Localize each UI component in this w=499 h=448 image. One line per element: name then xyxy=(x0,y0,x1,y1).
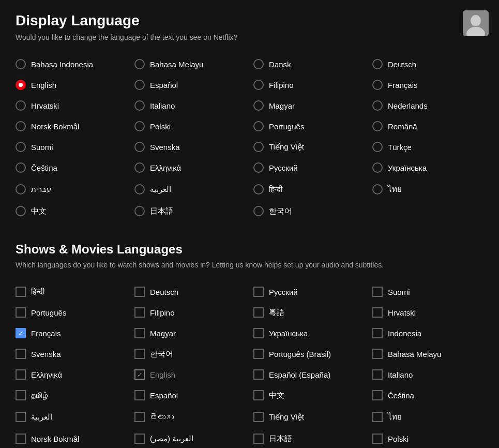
shows-lang-hindi[interactable]: हिन्दी xyxy=(16,281,134,302)
checkbox-cantonese[interactable] xyxy=(253,307,264,318)
checkbox-japanese[interactable] xyxy=(253,434,264,444)
radio-chinese[interactable] xyxy=(16,206,26,216)
checkbox-italiano[interactable] xyxy=(372,369,383,380)
display-lang-italiano[interactable]: Italiano xyxy=(134,95,253,116)
radio-svenska[interactable] xyxy=(134,142,145,152)
radio-hindi[interactable] xyxy=(253,184,264,195)
radio-english[interactable] xyxy=(16,80,26,90)
shows-lang-indonesia[interactable]: Indonesia xyxy=(372,323,491,344)
checkbox-tieng-viet[interactable] xyxy=(253,412,264,422)
display-lang-bahasa-melayu[interactable]: Bahasa Melayu xyxy=(134,54,253,74)
shows-lang-arabic-misr[interactable]: العربية (مصر) xyxy=(134,428,253,448)
radio-norsk[interactable] xyxy=(16,121,26,131)
display-lang-nederlands[interactable]: Nederlands xyxy=(372,95,491,116)
checkbox-bahasa-melayu[interactable] xyxy=(372,349,383,359)
checkbox-indonesia[interactable] xyxy=(372,328,383,338)
radio-nederlands[interactable] xyxy=(372,100,383,111)
checkbox-ukrainska[interactable] xyxy=(253,328,264,338)
radio-ivrit[interactable] xyxy=(16,184,26,195)
checkbox-chinese[interactable] xyxy=(253,390,264,400)
radio-russki[interactable] xyxy=(253,162,264,173)
shows-lang-francais[interactable]: Français xyxy=(16,323,134,344)
checkbox-magyar[interactable] xyxy=(134,328,145,338)
shows-lang-english[interactable]: English xyxy=(134,364,253,385)
shows-lang-polski[interactable]: Polski xyxy=(372,428,491,448)
display-lang-korean[interactable]: 한국어 xyxy=(253,201,372,221)
shows-lang-suomi[interactable]: Suomi xyxy=(372,281,491,302)
shows-lang-svenska[interactable]: Svenska xyxy=(16,344,134,364)
shows-lang-hrvatski[interactable]: Hrvatski xyxy=(372,302,491,323)
radio-filipino[interactable] xyxy=(253,80,264,90)
display-lang-svenska[interactable]: Svenska xyxy=(134,137,253,157)
shows-lang-espanol[interactable]: Español xyxy=(134,385,253,406)
shows-lang-thai[interactable]: ไทย xyxy=(372,406,491,428)
radio-thai[interactable] xyxy=(372,184,383,195)
display-lang-espanol[interactable]: Español xyxy=(134,74,253,95)
display-lang-romana[interactable]: Română xyxy=(372,116,491,137)
checkbox-hindi[interactable] xyxy=(16,287,26,297)
display-lang-magyar[interactable]: Magyar xyxy=(253,95,372,116)
radio-polski[interactable] xyxy=(134,121,145,131)
checkbox-suomi[interactable] xyxy=(372,287,383,297)
radio-arabic[interactable] xyxy=(134,184,145,195)
display-lang-ellenika[interactable]: Ελληνικά xyxy=(134,157,253,178)
radio-bahasa-indonesia[interactable] xyxy=(16,59,26,69)
shows-lang-bahasa-melayu[interactable]: Bahasa Melayu xyxy=(372,344,491,364)
checkbox-norsk[interactable] xyxy=(16,434,26,444)
shows-lang-espanol-espana[interactable]: Español (España) xyxy=(253,364,372,385)
checkbox-portugues[interactable] xyxy=(16,307,26,318)
checkbox-english[interactable] xyxy=(134,369,145,380)
display-lang-ukrainska[interactable]: Українська xyxy=(372,157,491,178)
radio-francais[interactable] xyxy=(372,80,383,90)
display-lang-japanese[interactable]: 日本語 xyxy=(134,201,253,221)
checkbox-arabic[interactable] xyxy=(16,412,26,422)
shows-lang-norsk[interactable]: Norsk Bokmål xyxy=(16,428,134,448)
shows-lang-tamil[interactable]: தமிழ் xyxy=(16,385,134,406)
checkbox-francais[interactable] xyxy=(16,328,26,338)
radio-ellenika[interactable] xyxy=(134,162,145,173)
radio-italiano[interactable] xyxy=(134,100,145,111)
shows-lang-portugues-brasil[interactable]: Português (Brasil) xyxy=(253,344,372,364)
display-lang-polski[interactable]: Polski xyxy=(134,116,253,137)
radio-bahasa-melayu[interactable] xyxy=(134,59,145,69)
display-lang-chinese[interactable]: 中文 xyxy=(16,201,134,221)
shows-lang-portugues[interactable]: Português xyxy=(16,302,134,323)
display-lang-francais[interactable]: Français xyxy=(372,74,491,95)
display-lang-deutsch[interactable]: Deutsch xyxy=(372,54,491,74)
radio-magyar[interactable] xyxy=(253,100,264,111)
radio-dansk[interactable] xyxy=(253,59,264,69)
radio-portugues[interactable] xyxy=(253,121,264,131)
display-lang-russki[interactable]: Русский xyxy=(253,157,372,178)
shows-lang-tieng-viet[interactable]: Tiếng Việt xyxy=(253,406,372,428)
shows-lang-italiano[interactable]: Italiano xyxy=(372,364,491,385)
shows-lang-ukrainska[interactable]: Українська xyxy=(253,323,372,344)
radio-hrvatski[interactable] xyxy=(16,100,26,111)
display-lang-suomi[interactable]: Suomi xyxy=(16,137,134,157)
display-lang-english[interactable]: English xyxy=(16,74,134,95)
checkbox-korean[interactable] xyxy=(134,349,145,359)
radio-tieng-viet[interactable] xyxy=(253,142,264,152)
display-lang-filipino[interactable]: Filipino xyxy=(253,74,372,95)
radio-japanese[interactable] xyxy=(134,206,145,216)
checkbox-deutsch[interactable] xyxy=(134,287,145,297)
radio-cestina[interactable] xyxy=(16,162,26,173)
display-lang-cestina[interactable]: Čeština xyxy=(16,157,134,178)
display-lang-arabic[interactable]: العربية xyxy=(134,178,253,201)
display-lang-ivrit[interactable]: עברית xyxy=(16,178,134,201)
checkbox-telugu[interactable] xyxy=(134,412,145,422)
shows-lang-korean[interactable]: 한국어 xyxy=(134,344,253,364)
checkbox-filipino[interactable] xyxy=(134,307,145,318)
radio-suomi[interactable] xyxy=(16,142,26,152)
checkbox-arabic-misr[interactable] xyxy=(134,434,145,444)
display-lang-turkce[interactable]: Türkçe xyxy=(372,137,491,157)
radio-romana[interactable] xyxy=(372,121,383,131)
shows-lang-telugu[interactable]: తెలుగు xyxy=(134,406,253,428)
checkbox-espanol-espana[interactable] xyxy=(253,369,264,380)
radio-deutsch[interactable] xyxy=(372,59,383,69)
shows-lang-deutsch[interactable]: Deutsch xyxy=(134,281,253,302)
checkbox-thai[interactable] xyxy=(372,412,383,422)
checkbox-russki[interactable] xyxy=(253,287,264,297)
shows-lang-cantonese[interactable]: 粵語 xyxy=(253,302,372,323)
shows-lang-russki[interactable]: Русский xyxy=(253,281,372,302)
radio-turkce[interactable] xyxy=(372,142,383,152)
